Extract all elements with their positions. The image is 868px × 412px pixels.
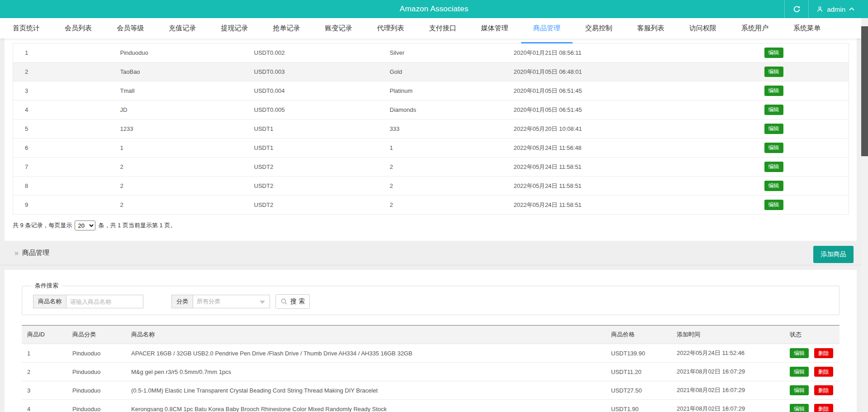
- product-name-group: 商品名称: [33, 295, 143, 308]
- edit-button[interactable]: 编辑: [764, 162, 783, 172]
- chevron-down-icon: [260, 301, 265, 304]
- nav-tab[interactable]: 访问权限: [689, 24, 716, 33]
- category-table: 1 Pinduoduo USDT0.002 Silver 2020年01月21日…: [13, 43, 849, 215]
- pagination: 共 9 条记录，每页显示 20 条，共 1 页当前显示第 1 页。: [13, 220, 857, 230]
- category-time: 2020年01月05日 06:48:01: [502, 62, 742, 81]
- product-name: M&g gel pen r3/r5 0.5mm/0.7mm 1pcs: [126, 363, 606, 381]
- vertical-scrollbar[interactable]: [861, 18, 868, 412]
- category-name: 2: [109, 196, 242, 215]
- table-row: 9 2 USDT2 2 2022年05月24日 11:58:51 编辑: [13, 196, 849, 215]
- edit-button[interactable]: 编辑: [790, 404, 809, 412]
- app-title: Amazon Associates: [0, 5, 868, 14]
- category-time: 2020年01月21日 08:56:11: [502, 43, 742, 62]
- nav-tab[interactable]: 抢单记录: [273, 24, 300, 33]
- product-price: USDT1.90: [606, 400, 671, 412]
- edit-button[interactable]: 编辑: [764, 86, 783, 96]
- table-row: 7 2 USDT2 2 2022年05月24日 11:58:51 编辑: [13, 158, 849, 177]
- user-icon: [816, 5, 824, 13]
- product-price: USDT139.90: [606, 344, 671, 363]
- search-legend: 条件搜索: [31, 282, 62, 290]
- add-product-button[interactable]: 添加商品: [813, 246, 854, 263]
- nav-tab[interactable]: 代理列表: [377, 24, 404, 33]
- category-group: 分类 所有分类: [171, 295, 270, 308]
- edit-button[interactable]: 编辑: [764, 67, 783, 77]
- delete-button[interactable]: 删除: [814, 348, 833, 358]
- refresh-button[interactable]: [784, 0, 809, 18]
- edit-button[interactable]: 编辑: [764, 143, 783, 153]
- edit-button[interactable]: 编辑: [790, 348, 809, 358]
- category-name: 1: [109, 139, 242, 158]
- edit-button[interactable]: 编辑: [764, 48, 783, 57]
- edit-button[interactable]: 编辑: [790, 385, 809, 395]
- category-id: 5: [13, 120, 109, 139]
- category-time: 2022年05月24日 11:56:48: [502, 139, 742, 158]
- category-select[interactable]: 所有分类: [193, 295, 270, 308]
- product-category: Pinduoduo: [67, 363, 126, 381]
- category-name: 2: [109, 177, 242, 196]
- category-name: Tmall: [109, 81, 242, 101]
- nav-tab[interactable]: 提现记录: [221, 24, 248, 33]
- nav-tab[interactable]: 商品管理: [533, 24, 560, 33]
- search-icon: [280, 298, 288, 305]
- edit-button[interactable]: 编辑: [764, 124, 783, 134]
- table-row: 3 Pinduoduo (0.5-1.0MM) Elastic Line Tra…: [22, 381, 840, 400]
- table-row: 1 Pinduoduo APACER 16GB / 32GB USB2.0 Pe…: [22, 344, 840, 363]
- category-level: 333: [378, 120, 502, 139]
- pagination-suffix: 条，共 1 页当前显示第 1 页。: [98, 221, 176, 230]
- nav-tab[interactable]: 账变记录: [325, 24, 352, 33]
- page-size-select[interactable]: 20: [75, 220, 95, 230]
- user-menu[interactable]: admin: [809, 0, 861, 18]
- nav-tab[interactable]: 会员等级: [117, 24, 144, 33]
- product-name-input[interactable]: [66, 295, 143, 308]
- category-level: 2: [378, 158, 502, 177]
- nav-tab[interactable]: 媒体管理: [481, 24, 508, 33]
- delete-button[interactable]: 删除: [814, 385, 833, 395]
- edit-button[interactable]: 编辑: [764, 181, 783, 191]
- delete-button[interactable]: 删除: [814, 404, 833, 412]
- nav-tab[interactable]: 首页统计: [13, 24, 40, 33]
- nav-tab[interactable]: 支付接口: [429, 24, 456, 33]
- product-name: (0.5-1.0MM) Elastic Line Transparent Cry…: [126, 381, 606, 400]
- category-select-value: 所有分类: [197, 297, 220, 306]
- category-id: 9: [13, 196, 109, 215]
- category-time: 2022年05月20日 10:08:41: [502, 120, 742, 139]
- nav-tab[interactable]: 系统菜单: [793, 24, 821, 33]
- nav-tab[interactable]: 充值记录: [169, 24, 196, 33]
- app-header: Amazon Associates admin: [0, 0, 868, 18]
- category-price: USDT2: [242, 158, 378, 177]
- scrollbar-thumb[interactable]: [861, 26, 868, 156]
- delete-button[interactable]: 删除: [814, 367, 833, 377]
- product-name: Kerongsang 0.8CM 1pc Batu Korea Baby Bro…: [126, 400, 606, 412]
- table-row: 3 Tmall USDT0.004 Platinum 2020年01月05日 0…: [13, 81, 849, 101]
- table-row: 8 2 USDT2 2 2022年05月24日 11:58:51 编辑: [13, 177, 849, 196]
- table-row: 1 Pinduoduo USDT0.002 Silver 2020年01月21日…: [13, 43, 849, 62]
- category-level: 1: [378, 139, 502, 158]
- category-name: 1233: [109, 120, 242, 139]
- column-header: 商品分类: [67, 326, 126, 344]
- product-time: 2021年08月02日 16:07:29: [671, 363, 784, 381]
- nav-tab[interactable]: 交易控制: [585, 24, 612, 33]
- category-level: Gold: [378, 62, 502, 81]
- edit-button[interactable]: 编辑: [790, 367, 809, 377]
- product-name-label: 商品名称: [33, 295, 66, 308]
- table-row: 2 TaoBao USDT0.003 Gold 2020年01月05日 06:4…: [13, 62, 849, 81]
- edit-button[interactable]: 编辑: [764, 105, 783, 115]
- category-id: 8: [13, 177, 109, 196]
- column-header: 添加时间: [671, 326, 784, 344]
- nav-tab[interactable]: 客服列表: [637, 24, 664, 33]
- edit-button[interactable]: 编辑: [764, 200, 783, 210]
- category-time: 2020年01月05日 06:51:45: [502, 101, 742, 120]
- nav-tab[interactable]: 系统用户: [741, 24, 768, 33]
- search-button[interactable]: 搜 索: [275, 294, 310, 309]
- nav-tab[interactable]: 会员列表: [65, 24, 92, 33]
- category-id: 2: [13, 62, 109, 81]
- category-time: 2022年05月24日 11:58:51: [502, 177, 742, 196]
- category-id: 6: [13, 139, 109, 158]
- category-price: USDT0.002: [242, 43, 378, 62]
- category-id: 1: [13, 43, 109, 62]
- category-price: USDT1: [242, 139, 378, 158]
- category-level: Silver: [378, 43, 502, 62]
- category-name: JD: [109, 101, 242, 120]
- category-time: 2020年01月05日 06:51:45: [502, 81, 742, 101]
- product-time: 2021年08月02日 16:07:29: [671, 400, 784, 412]
